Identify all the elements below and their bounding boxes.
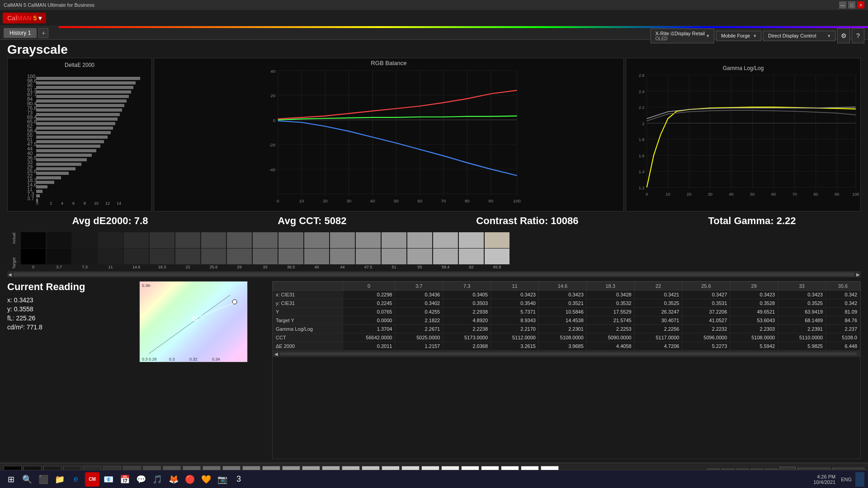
svg-text:1.6: 1.6 [639,154,645,158]
app2-button[interactable]: 📅 [118,472,132,487]
app8-button[interactable]: 📷 [215,472,230,487]
cell: 0.3528 [730,299,778,308]
gamma-stat: Total Gamma: 2.22 [708,215,796,227]
swatch-num-8: 29 [237,265,241,269]
cell: 0.3423 [491,291,539,299]
maximize-button[interactable]: □ [848,1,855,9]
swatch-actual-18 [485,232,509,248]
app9-button[interactable]: 3 [231,472,246,487]
cell: 3.2615 [491,342,539,351]
search-button[interactable]: 🔍 [20,472,34,487]
minimize-button[interactable]: — [839,1,846,9]
svg-rect-39 [36,127,113,130]
swatch-num-5: 18.3 [158,265,166,269]
swatch-actual-10 [278,232,303,248]
app3-button[interactable]: 💬 [134,472,148,487]
cell: 2.0368 [443,342,491,351]
swatch-labels: Actual Target [7,233,21,269]
table-scroll[interactable]: 0 3.7 7.3 11 14.6 18.3 22 25.6 29 33 35.… [273,282,860,351]
table-scroll-left[interactable]: ◀ [274,352,278,357]
swatch-num-7: 25.6 [210,265,218,269]
show-desktop-button[interactable] [855,472,864,487]
swatch-num-15: 55 [417,265,422,269]
swatch-actual-16 [433,232,458,248]
swatch-target-5 [150,249,175,264]
cell: 2.237 [826,325,860,333]
row-label-Y: Y [273,308,343,316]
col-7.3: 7.3 [443,282,491,291]
file-explorer-button[interactable]: 📁 [52,472,67,487]
app1-button[interactable]: 📧 [101,472,116,487]
settings-button[interactable]: ⚙ [837,28,850,43]
svg-text:2.4: 2.4 [639,89,645,94]
swatch-target-2 [72,249,97,264]
svg-rect-41 [36,136,108,139]
svg-text:0.3: 0.3 [142,357,148,361]
svg-line-141 [149,295,230,354]
start-button[interactable]: ⊞ [4,472,18,487]
app7-button[interactable]: 🧡 [199,472,213,487]
scroll-left-button[interactable]: ◀ [8,272,12,277]
cell: 2.2253 [586,325,634,333]
scroll-track[interactable] [14,272,854,276]
target-label: Target [12,258,16,269]
app6-button[interactable]: 🔴 [183,472,197,487]
cell: 0.3525 [634,299,682,308]
tab-history1[interactable]: History 1 [4,28,37,38]
swatch-14: 51 [382,232,406,269]
swatch-actual-0 [21,232,46,248]
cell: 5108.0000 [538,333,586,342]
tab-add-button[interactable]: + [38,28,48,38]
svg-rect-51 [36,181,54,184]
svg-text:70: 70 [793,192,797,197]
help-button[interactable]: ? [852,28,864,43]
meter-device-button[interactable]: X-Rite i1Display Retail OLED ▾ [651,28,714,43]
swatch-target-10 [278,249,303,264]
svg-rect-37 [36,117,118,121]
calman-taskbar[interactable]: CM [85,472,99,487]
svg-text:10: 10 [94,201,99,206]
swatch-actual-12 [330,232,355,248]
swatch-3: 11 [98,232,123,269]
cell: 0.0765 [343,308,395,316]
svg-text:80: 80 [465,198,470,203]
swatch-num-13: 47.5 [364,265,373,269]
scroll-bar[interactable]: ◀ ▶ [7,271,861,277]
cell: 0.342 [826,299,860,308]
reading-y: y: 0.3558 [7,305,134,313]
swatch-target-7 [201,249,226,264]
app5-button[interactable]: 🦊 [166,472,181,487]
gamma-chart-title: Gamma Log/Log [723,65,764,71]
svg-text:-20: -20 [269,142,276,147]
scroll-right-button[interactable]: ▶ [856,272,860,277]
swatch-target-6 [175,249,200,264]
close-button[interactable]: ✕ [857,1,864,9]
cell: 0.3531 [682,299,730,308]
cie-svg: 0.36- 0.3 0.28 0.3 0.32 0.34 [140,282,248,363]
swatch-target-3 [98,249,123,264]
table-row-Y: Y 0.0765 0.4255 2.2938 5.7371 10.5846 17… [273,308,860,316]
col-29: 29 [730,282,778,291]
svg-text:40: 40 [370,198,375,203]
row-label-gamma: Gamma Log/Log [273,325,343,333]
task-view-button[interactable]: ⬛ [36,472,51,487]
cell: 0.3436 [395,291,443,299]
swatch-num-16: 58.4 [442,265,450,269]
reading-title: Current Reading [7,281,134,293]
svg-text:8: 8 [84,201,86,206]
edge-button[interactable]: e [69,472,83,487]
cell: 2.2938 [443,308,491,316]
table-scroll-track[interactable] [280,352,857,355]
swatch-num-18: 65.8 [493,265,501,269]
svg-text:40: 40 [270,69,275,74]
display-device-button[interactable]: Direct Display Control ▾ [763,31,835,41]
swatch-11: 40 [304,232,329,269]
app4-button[interactable]: 🎵 [150,472,165,487]
svg-text:80: 80 [813,192,818,197]
calman-logo[interactable]: CalMAN 5 ▾ [3,13,46,23]
svg-rect-44 [36,149,96,152]
swatch-6: 22 [175,232,200,269]
svg-text:90: 90 [488,198,493,203]
forge-device-button[interactable]: Mobile Forge ▾ [716,31,761,41]
swatch-num-10: 36.5 [287,265,295,269]
